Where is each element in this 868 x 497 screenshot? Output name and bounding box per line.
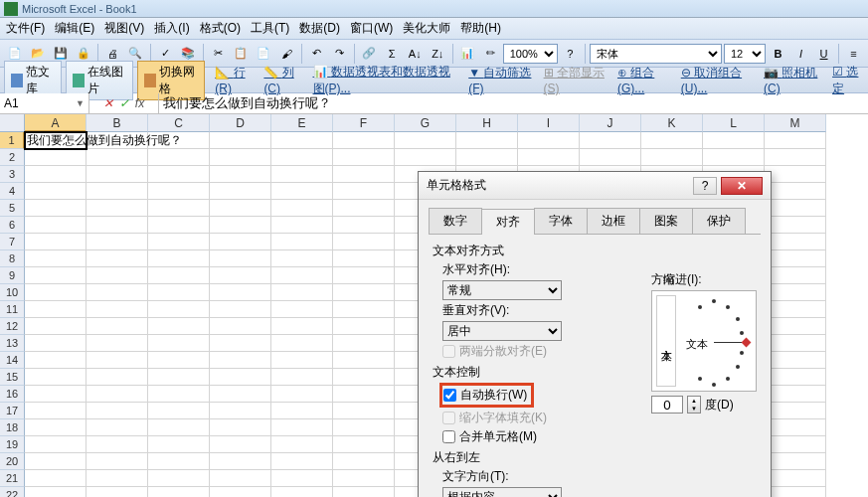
orientation-dial[interactable]: 文本 bbox=[680, 295, 752, 387]
cell-M7[interactable] bbox=[765, 234, 826, 250]
cell-K1[interactable] bbox=[641, 132, 703, 149]
menu-window[interactable]: 窗口(W) bbox=[350, 20, 393, 37]
cell-E19[interactable] bbox=[271, 436, 333, 453]
cell-B5[interactable] bbox=[87, 200, 148, 217]
cell-K2[interactable] bbox=[641, 149, 703, 166]
dialog-help-button[interactable]: ? bbox=[693, 177, 717, 195]
cell-F18[interactable] bbox=[333, 419, 395, 436]
undo-icon[interactable]: ↶ bbox=[306, 43, 327, 65]
pivot-link[interactable]: 📊 数据透视表和数据透视图(P)... bbox=[313, 64, 459, 97]
cell-B4[interactable] bbox=[87, 183, 148, 200]
cell-F9[interactable] bbox=[333, 267, 395, 284]
cell-B16[interactable] bbox=[87, 386, 148, 403]
row-head-9[interactable]: 9 bbox=[0, 267, 25, 284]
cell-M19[interactable] bbox=[765, 436, 826, 453]
cell-A6[interactable] bbox=[25, 217, 87, 234]
menu-tools[interactable]: 工具(T) bbox=[251, 20, 289, 37]
cell-A13[interactable] bbox=[25, 335, 87, 352]
cell-D13[interactable] bbox=[210, 335, 271, 352]
cell-E11[interactable] bbox=[271, 301, 333, 318]
cell-D15[interactable] bbox=[210, 369, 271, 386]
dial-pointer-icon[interactable] bbox=[742, 338, 752, 348]
cell-J1[interactable] bbox=[580, 132, 641, 149]
cell-F6[interactable] bbox=[333, 217, 395, 234]
cell-B3[interactable] bbox=[87, 166, 148, 183]
cell-E9[interactable] bbox=[271, 267, 333, 284]
row-head-2[interactable]: 2 bbox=[0, 149, 25, 166]
cell-C13[interactable] bbox=[148, 335, 210, 352]
row-link[interactable]: 📐 行(R) bbox=[215, 65, 254, 95]
cell-M9[interactable] bbox=[765, 267, 826, 284]
cell-D6[interactable] bbox=[210, 217, 271, 234]
cell-F7[interactable] bbox=[333, 234, 395, 250]
cell-M2[interactable] bbox=[765, 149, 826, 166]
cell-F14[interactable] bbox=[333, 352, 395, 369]
degree-input[interactable] bbox=[651, 396, 683, 414]
degree-spin[interactable]: ▲▼ bbox=[687, 396, 701, 414]
row-head-7[interactable]: 7 bbox=[0, 234, 25, 250]
row-head-8[interactable]: 8 bbox=[0, 250, 25, 267]
cell-A12[interactable] bbox=[25, 318, 87, 335]
cell-H2[interactable] bbox=[456, 149, 518, 166]
row-head-4[interactable]: 4 bbox=[0, 183, 25, 200]
cell-G1[interactable] bbox=[395, 132, 456, 149]
cell-D8[interactable] bbox=[210, 250, 271, 267]
cell-D11[interactable] bbox=[210, 301, 271, 318]
group-link[interactable]: ⊕ 组合(G)... bbox=[617, 65, 671, 95]
cell-E2[interactable] bbox=[271, 149, 333, 166]
cell-B21[interactable] bbox=[87, 470, 148, 487]
cell-C3[interactable] bbox=[148, 166, 210, 183]
cell-E3[interactable] bbox=[271, 166, 333, 183]
cell-M1[interactable] bbox=[765, 132, 826, 149]
row-head-22[interactable]: 22 bbox=[0, 487, 25, 497]
zoom-combo[interactable]: 100% bbox=[503, 44, 558, 64]
cell-A5[interactable] bbox=[25, 200, 87, 217]
sum-icon[interactable]: Σ bbox=[382, 43, 403, 65]
cell-B13[interactable] bbox=[87, 335, 148, 352]
cell-F1[interactable] bbox=[333, 132, 395, 149]
cell-M17[interactable] bbox=[765, 403, 826, 419]
cell-B18[interactable] bbox=[87, 419, 148, 436]
cell-B19[interactable] bbox=[87, 436, 148, 453]
cell-F10[interactable] bbox=[333, 284, 395, 301]
cell-E5[interactable] bbox=[271, 200, 333, 217]
row-head-1[interactable]: 1 bbox=[0, 132, 25, 149]
cell-C7[interactable] bbox=[148, 234, 210, 250]
cell-C14[interactable] bbox=[148, 352, 210, 369]
col-head-J[interactable]: J bbox=[580, 114, 641, 132]
paste-icon[interactable]: 📄 bbox=[254, 43, 274, 65]
cell-B2[interactable] bbox=[87, 149, 148, 166]
valign-select[interactable]: 居中 bbox=[442, 321, 562, 341]
sort-asc-icon[interactable]: A↓ bbox=[405, 43, 426, 65]
cell-F3[interactable] bbox=[333, 166, 395, 183]
row-head-15[interactable]: 15 bbox=[0, 369, 25, 386]
cell-G2[interactable] bbox=[395, 149, 456, 166]
cell-M12[interactable] bbox=[765, 318, 826, 335]
dialog-close-button[interactable]: ✕ bbox=[721, 177, 763, 195]
select-all-corner[interactable] bbox=[0, 114, 25, 132]
cell-E22[interactable] bbox=[271, 487, 333, 497]
cell-D21[interactable] bbox=[210, 470, 271, 487]
cell-F15[interactable] bbox=[333, 369, 395, 386]
cell-E7[interactable] bbox=[271, 234, 333, 250]
cell-F19[interactable] bbox=[333, 436, 395, 453]
cell-A11[interactable] bbox=[25, 301, 87, 318]
cell-M10[interactable] bbox=[765, 284, 826, 301]
cell-A1[interactable]: 我们要怎么做到自动换行呢？ bbox=[25, 132, 87, 149]
tab-pattern[interactable]: 图案 bbox=[639, 208, 693, 234]
cell-E13[interactable] bbox=[271, 335, 333, 352]
cell-E12[interactable] bbox=[271, 318, 333, 335]
cell-B8[interactable] bbox=[87, 250, 148, 267]
cell-C21[interactable] bbox=[148, 470, 210, 487]
row-head-5[interactable]: 5 bbox=[0, 200, 25, 217]
row-head-3[interactable]: 3 bbox=[0, 166, 25, 183]
row-head-20[interactable]: 20 bbox=[0, 453, 25, 470]
cell-A3[interactable] bbox=[25, 166, 87, 183]
cell-E14[interactable] bbox=[271, 352, 333, 369]
cell-L2[interactable] bbox=[703, 149, 765, 166]
filter-link[interactable]: ▼ 自动筛选(F) bbox=[468, 65, 533, 95]
col-head-C[interactable]: C bbox=[148, 114, 210, 132]
cell-F5[interactable] bbox=[333, 200, 395, 217]
namebox-dropdown-icon[interactable]: ▼ bbox=[76, 98, 85, 108]
copy-icon[interactable]: 📋 bbox=[231, 43, 252, 65]
